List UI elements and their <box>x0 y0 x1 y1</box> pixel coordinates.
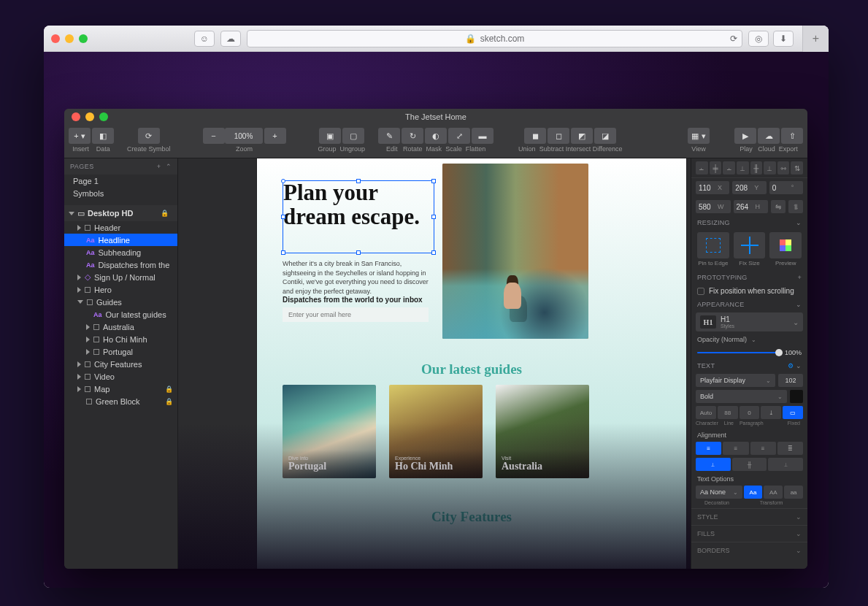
text-style-picker[interactable]: H1 H1Styles ⌄ <box>696 312 803 331</box>
align-left-button[interactable]: ⫠ <box>696 161 708 174</box>
fixed-button[interactable]: ▭ <box>783 406 803 419</box>
layer-row-selected[interactable]: AaHeadline <box>64 234 177 246</box>
flatten-button[interactable]: ▬ <box>472 128 493 144</box>
mask-button[interactable]: ◐ <box>425 128 447 144</box>
dispatch-label[interactable]: Dispatches from the world to your inbox <box>283 296 423 304</box>
disclosure-icon[interactable] <box>86 337 90 342</box>
layer-row[interactable]: AaSubheading <box>64 246 177 258</box>
resize-handle[interactable] <box>281 179 285 183</box>
insert-button[interactable]: + ▾ <box>69 128 91 144</box>
edit-button[interactable]: ✎ <box>378 128 400 144</box>
align-left-button[interactable]: ≡ <box>696 442 721 455</box>
layer-row[interactable]: City Features <box>64 358 177 370</box>
chevron-icon[interactable]: ⌄ <box>796 547 802 554</box>
play-button[interactable]: ▶ <box>734 128 756 144</box>
disclosure-icon[interactable] <box>77 287 81 293</box>
layer-row[interactable]: Ho Chi Minh <box>64 333 177 345</box>
chevron-icon[interactable]: ⌄ <box>793 318 799 326</box>
minimize-icon[interactable] <box>65 34 74 43</box>
height-field[interactable]: H <box>734 200 769 213</box>
disclosure-icon[interactable] <box>77 361 81 367</box>
transform-upper-button[interactable]: AA <box>764 486 783 499</box>
city-features-heading[interactable]: City Features <box>257 509 686 525</box>
page-item[interactable]: Page 1 <box>64 174 177 187</box>
reload-icon[interactable]: ⟳ <box>730 34 737 44</box>
intersect-button[interactable]: ◩ <box>571 128 593 144</box>
line-value[interactable]: 0 <box>740 406 760 419</box>
disclosure-icon[interactable] <box>77 275 81 280</box>
valign-top-button[interactable]: ⟂ <box>696 458 731 471</box>
width-field[interactable]: W <box>696 200 731 213</box>
guide-card[interactable]: VisitAustralia <box>496 385 589 478</box>
add-icon[interactable]: + <box>797 274 802 281</box>
checkbox[interactable] <box>697 288 704 295</box>
artboard-row[interactable]: ▭ Desktop HD 🔒 <box>64 205 177 221</box>
transform-none-button[interactable]: Aa <box>744 486 763 499</box>
weight-select[interactable]: Bold⌄ <box>696 390 787 403</box>
lock-icon[interactable]: 🔒 <box>165 386 173 393</box>
layer-row[interactable]: Australia <box>64 321 177 333</box>
layer-row[interactable]: Guides <box>64 296 177 308</box>
export-button[interactable]: ⇧ <box>781 128 803 144</box>
resize-handle[interactable] <box>431 250 436 255</box>
color-swatch[interactable] <box>790 390 803 403</box>
headline-text[interactable]: Plan your dream escape. <box>283 181 434 229</box>
minimize-icon[interactable] <box>85 112 94 121</box>
transform-lower-button[interactable]: aa <box>784 486 803 499</box>
fix-size-control[interactable] <box>734 232 766 258</box>
preview-control[interactable] <box>769 232 802 258</box>
font-size-input[interactable]: 102 <box>778 374 803 387</box>
disclosure-icon[interactable] <box>86 324 90 330</box>
fix-position-row[interactable]: Fix position when scrolling <box>691 284 807 298</box>
layer-row[interactable]: AaDispatches from the <box>64 258 177 271</box>
rotate-button[interactable]: ↻ <box>402 128 423 144</box>
data-button[interactable]: ◧ <box>92 128 114 144</box>
opacity-slider[interactable] <box>697 352 780 353</box>
chevron-icon[interactable]: ⌄ <box>733 489 738 496</box>
align-right-button[interactable]: ≡ <box>750 442 776 455</box>
valign-middle-button[interactable]: ╫ <box>732 458 767 471</box>
selection-bounds[interactable]: Plan your dream escape. <box>283 180 434 253</box>
chevron-icon[interactable]: ⌄ <box>777 394 783 400</box>
rotation-field[interactable]: ° <box>769 181 803 194</box>
h-input[interactable] <box>734 203 756 211</box>
difference-button[interactable]: ◪ <box>594 128 616 144</box>
guide-card[interactable]: ExperienceHo Chi Minh <box>389 385 483 478</box>
artboard[interactable]: Plan your dream escape. Whether it's a c… <box>257 158 686 569</box>
icloud-tabs-button[interactable]: ☁ <box>220 31 241 47</box>
zoom-icon[interactable] <box>99 112 108 121</box>
guide-card[interactable]: Dive intoPortugal <box>283 385 376 478</box>
shield-icon[interactable]: ◎ <box>748 31 769 47</box>
chevron-icon[interactable]: ⌄ <box>751 337 756 343</box>
chevron-icon[interactable]: ⌄ <box>796 530 802 537</box>
chevron-icon[interactable]: ⌄ <box>796 301 802 308</box>
disclosure-icon[interactable] <box>77 300 83 304</box>
downloads-icon[interactable]: ⬇ <box>773 31 794 47</box>
zoom-icon[interactable] <box>79 34 88 43</box>
group-button[interactable]: ▣ <box>319 128 341 144</box>
align-top-button[interactable]: ⟂ <box>737 161 749 174</box>
cloud-button[interactable]: ☁ <box>758 128 780 144</box>
y-input[interactable] <box>732 184 754 192</box>
layer-row[interactable]: Hero <box>64 283 177 296</box>
url-bar[interactable]: 🔒 sketch.com ⟳ <box>247 30 742 47</box>
align-right-button[interactable]: ⫠ <box>723 161 735 174</box>
flip-v-button[interactable]: ⥮ <box>788 200 803 213</box>
style-section[interactable]: STYLE⌄ <box>691 508 807 525</box>
lock-icon[interactable]: 🔒 <box>161 210 169 217</box>
hero-image[interactable] <box>442 164 588 339</box>
pin-to-edge-control[interactable] <box>697 232 729 258</box>
lock-icon[interactable]: 🔒 <box>165 398 173 405</box>
align-hcenter-button[interactable]: ╪ <box>710 161 722 174</box>
guides-heading[interactable]: Our latest guides <box>257 361 686 377</box>
layer-row[interactable]: ◇Sign Up / Normal <box>64 271 177 283</box>
borders-section[interactable]: BORDERS⌄ <box>691 542 807 559</box>
create-symbol-button[interactable]: ⟳ <box>138 128 160 144</box>
privacy-report-button[interactable]: ☺ <box>194 31 215 47</box>
email-input[interactable] <box>283 307 429 322</box>
resize-handle[interactable] <box>281 250 285 255</box>
resize-handle[interactable] <box>356 179 361 183</box>
disclosure-icon[interactable] <box>77 225 81 231</box>
zoom-out-button[interactable]: − <box>203 128 225 144</box>
valign-bottom-button[interactable]: ⟂ <box>768 458 803 471</box>
